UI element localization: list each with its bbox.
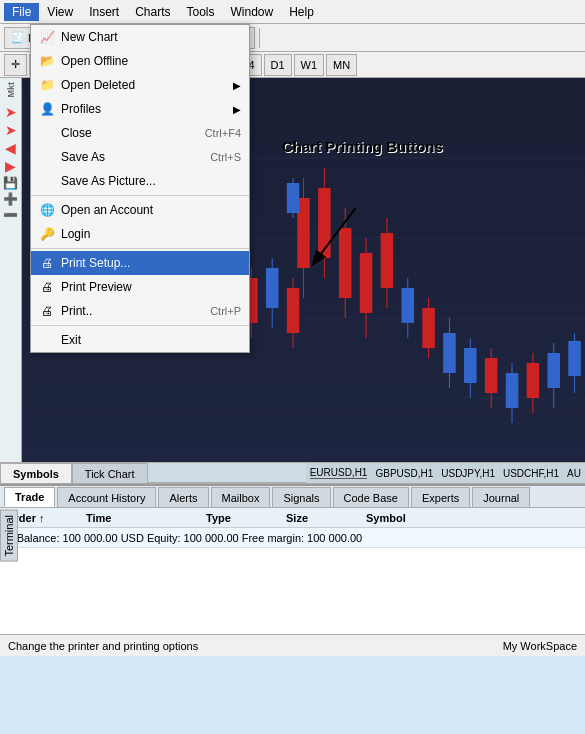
svg-rect-25 [485, 358, 498, 393]
menu-view[interactable]: View [39, 3, 81, 21]
symbol-tab-usdchf[interactable]: USDCHF,H1 [503, 468, 559, 479]
open-deleted-label: Open Deleted [61, 78, 135, 92]
open-deleted-icon: 📁 [39, 77, 55, 93]
svg-rect-19 [422, 308, 435, 348]
status-bar: Change the printer and printing options … [0, 634, 585, 656]
login-icon: 🔑 [39, 226, 55, 242]
tab-tick-chart[interactable]: Tick Chart [72, 463, 148, 483]
new-chart-icon: 📈 [39, 29, 55, 45]
svg-rect-29 [527, 363, 540, 398]
tab-account-history[interactable]: Account History [57, 487, 156, 507]
save-as-picture-label: Save As Picture... [61, 174, 156, 188]
profiles-icon: 👤 [39, 101, 55, 117]
print-preview-label: Print Preview [61, 280, 132, 294]
separator-3 [31, 325, 249, 326]
bottom-tab-bar: Trade Account History Alerts Mailbox Sig… [0, 486, 585, 508]
tab-alerts[interactable]: Alerts [158, 487, 208, 507]
open-offline-icon: 📂 [39, 53, 55, 69]
menu-save-as-picture[interactable]: Save As Picture... [31, 169, 249, 193]
plus-icon[interactable]: ➕ [3, 192, 18, 206]
svg-rect-23 [464, 348, 477, 383]
symbol-tab-eurusd[interactable]: EURUSD,H1 [310, 467, 368, 479]
annotation-text: Chart Printing Buttons [282, 138, 443, 155]
menu-login[interactable]: 🔑 Login [31, 222, 249, 246]
menu-open-deleted[interactable]: 📁 Open Deleted ▶ [31, 73, 249, 97]
tab-trade[interactable]: Trade [4, 487, 55, 507]
status-text-right: My WorkSpace [503, 640, 577, 652]
open-deleted-arrow: ▶ [233, 80, 241, 91]
menu-print-preview[interactable]: 🖨 Print Preview [31, 275, 249, 299]
chart-tab-spacer [148, 463, 306, 483]
svg-rect-9 [339, 228, 352, 298]
save-picture-icon [39, 173, 55, 189]
balance-text: Balance: 100 000.00 USD Equity: 100 000.… [17, 532, 363, 544]
menu-profiles[interactable]: 👤 Profiles ▶ [31, 97, 249, 121]
print-shortcut: Ctrl+P [210, 305, 241, 317]
tab-experts[interactable]: Experts [411, 487, 470, 507]
bottom-panel: Trade Account History Alerts Mailbox Sig… [0, 484, 585, 634]
period-w1[interactable]: W1 [294, 54, 325, 76]
tab-signals[interactable]: Signals [272, 487, 330, 507]
new-chart-label: New Chart [61, 30, 118, 44]
tab-code-base[interactable]: Code Base [333, 487, 409, 507]
menu-file[interactable]: File [4, 3, 39, 21]
open-account-label: Open an Account [61, 203, 153, 217]
terminal-label[interactable]: Terminal [0, 510, 18, 562]
menu-window[interactable]: Window [223, 3, 282, 21]
period-d1[interactable]: D1 [264, 54, 292, 76]
arrow-left-icon[interactable]: ◀ [5, 140, 16, 156]
save-as-icon [39, 149, 55, 165]
crosshair-btn[interactable]: ✛ [4, 54, 27, 76]
svg-rect-13 [381, 233, 394, 288]
menu-bar: File View Insert Charts Tools Window Hel… [0, 0, 585, 24]
menu-exit[interactable]: Exit [31, 328, 249, 352]
profiles-label: Profiles [61, 102, 101, 116]
symbol-tab-au[interactable]: AU [567, 468, 581, 479]
symbol-tabs: EURUSD,H1 GBPUSD,H1 USDJPY,H1 USDCHF,H1 … [306, 463, 585, 483]
col-type: Type [200, 512, 280, 524]
open-offline-label: Open Offline [61, 54, 128, 68]
minus-icon[interactable]: ➖ [3, 208, 18, 222]
svg-rect-35 [287, 288, 300, 333]
period-mn[interactable]: MN [326, 54, 357, 76]
menu-help[interactable]: Help [281, 3, 322, 21]
svg-rect-33 [568, 341, 581, 376]
menu-close[interactable]: Close Ctrl+F4 [31, 121, 249, 145]
left-sidebar: Mkt ➤ ➤ ◀ ▶ 💾 ➕ ➖ [0, 78, 22, 462]
menu-new-chart[interactable]: 📈 New Chart [31, 25, 249, 49]
file-dropdown: 📈 New Chart 📂 Open Offline 📁 Open Delete… [30, 24, 250, 353]
menu-open-offline[interactable]: 📂 Open Offline [31, 49, 249, 73]
balance-row: ○ Balance: 100 000.00 USD Equity: 100 00… [0, 528, 585, 548]
tab-journal[interactable]: Journal [472, 487, 530, 507]
arrow-right-icon3[interactable]: ▶ [5, 158, 16, 174]
print-label: Print.. [61, 304, 92, 318]
close-label: Close [61, 126, 92, 140]
print-setup-label: Print Setup... [61, 256, 130, 270]
svg-rect-21 [443, 333, 456, 373]
menu-print-setup[interactable]: 🖨 Print Setup... [31, 251, 249, 275]
menu-open-account[interactable]: 🌐 Open an Account [31, 198, 249, 222]
symbol-tab-gbpusd[interactable]: GBPUSD,H1 [375, 468, 433, 479]
profiles-arrow: ▶ [233, 104, 241, 115]
tab-mailbox[interactable]: Mailbox [211, 487, 271, 507]
save-icon[interactable]: 💾 [3, 176, 18, 190]
symbol-tab-usdjpy[interactable]: USDJPY,H1 [441, 468, 495, 479]
tab-symbols[interactable]: Symbols [0, 463, 72, 483]
col-symbol: Symbol [360, 512, 585, 524]
arrow-right-icon[interactable]: ➤ [5, 104, 17, 120]
arrow-right-icon2[interactable]: ➤ [5, 122, 17, 138]
print-icon: 🖨 [39, 303, 55, 319]
print-setup-icon: 🖨 [39, 255, 55, 271]
open-account-icon: 🌐 [39, 202, 55, 218]
print-preview-icon: 🖨 [39, 279, 55, 295]
exit-icon [39, 332, 55, 348]
menu-charts[interactable]: Charts [127, 3, 178, 21]
svg-rect-31 [547, 353, 560, 388]
table-header: Order ↑ Time Type Size Symbol [0, 508, 585, 528]
menu-print[interactable]: 🖨 Print.. Ctrl+P [31, 299, 249, 323]
svg-rect-15 [287, 183, 300, 213]
menu-tools[interactable]: Tools [179, 3, 223, 21]
login-label: Login [61, 227, 90, 241]
menu-insert[interactable]: Insert [81, 3, 127, 21]
menu-save-as[interactable]: Save As Ctrl+S [31, 145, 249, 169]
